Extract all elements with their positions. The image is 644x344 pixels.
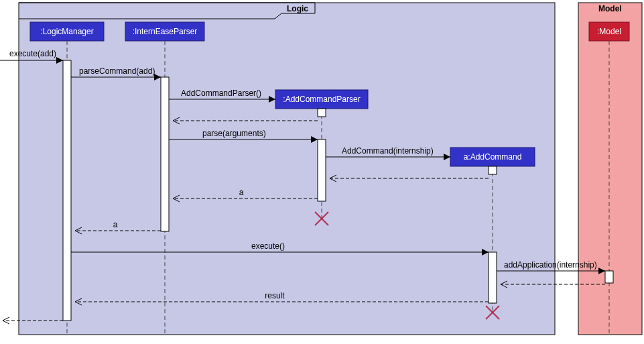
msg-new-addCommandParser-label: AddCommandParser() (181, 89, 261, 98)
msg-parse-args-label: parse(arguments) (202, 129, 266, 138)
activation-acp-2 (318, 139, 326, 201)
participant-model-label: :Model (597, 27, 621, 36)
activation-lm (63, 60, 71, 321)
msg-parseCommand-label: parseCommand(add) (79, 66, 155, 76)
activation-model (605, 271, 613, 283)
participant-logicmanager-label: :LogicManager (40, 27, 93, 36)
activation-ac-1 (489, 166, 497, 174)
frame-model-title: Model (598, 4, 622, 13)
frame-logic-title: Logic (287, 4, 308, 13)
ret-a-to-iep-label: a (239, 188, 244, 197)
sequence-diagram: Logic Model :LogicManager :InternEasePar… (0, 0, 644, 344)
msg-addApplication-label: addApplication(internship) (504, 260, 597, 270)
frame-model (578, 3, 642, 335)
participant-internEaseParser-label: :InternEaseParser (133, 27, 198, 36)
msg-execute-add-label: execute(add) (9, 49, 56, 58)
ret-result-label: result (265, 291, 285, 300)
frame-logic (19, 3, 555, 335)
activation-ac-2 (489, 252, 497, 303)
activation-iep (161, 77, 169, 231)
participant-addCommandParser-label: :AddCommandParser (283, 95, 360, 104)
msg-execute-label: execute() (251, 241, 285, 251)
activation-acp-1 (318, 109, 326, 117)
ret-a-to-lm-label: a (113, 220, 118, 229)
participant-addCommand-label: a:AddCommand (464, 152, 522, 162)
msg-new-addCommand-label: AddCommand(internship) (342, 146, 434, 156)
